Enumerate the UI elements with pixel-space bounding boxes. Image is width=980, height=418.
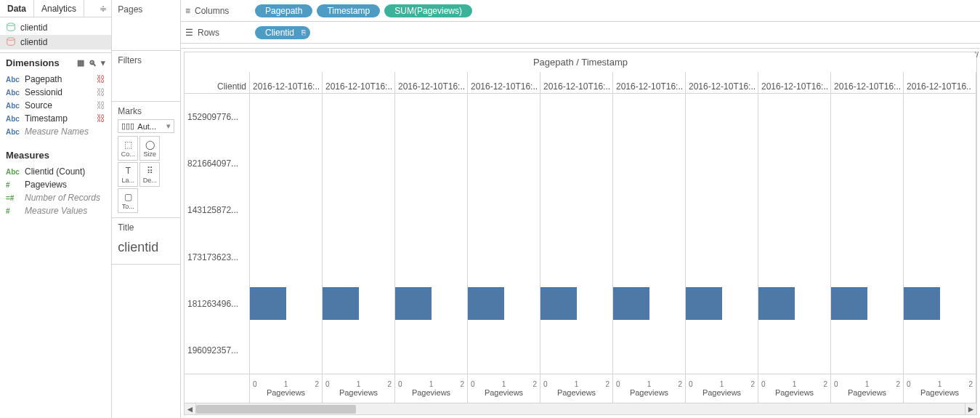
dimension-field[interactable]: Abc Measure Names [0,125,111,138]
grid-cell [250,234,322,281]
data-source-item[interactable]: clientid [0,35,111,49]
filters-card[interactable]: Filters [112,51,180,102]
grid-cell [540,234,612,281]
shelf-pill[interactable]: Clientid⎘ [255,26,310,39]
grid-cell [395,327,467,374]
field-type-icon: Abc [6,128,20,136]
horizontal-scrollbar[interactable]: ◄ ► [185,403,976,414]
tab-analytics[interactable]: Analytics [34,0,84,17]
grid-cell [250,140,322,187]
field-type-icon: Abc [6,168,20,176]
column-header[interactable]: 2016-12-10T16:.. [323,72,395,93]
grid-cell [904,94,976,140]
shelf-pill[interactable]: SUM(Pageviews) [384,4,472,17]
scroll-right-button[interactable]: ► [965,403,976,415]
view-grid-icon[interactable]: ▦ [77,58,84,68]
bar-mark[interactable] [395,287,432,320]
bar-mark[interactable] [758,287,795,320]
scroll-track[interactable] [196,403,965,414]
measure-field[interactable]: # Measure Values [0,204,111,217]
axis-row: 012Pageviews012Pageviews012Pageviews012P… [185,374,976,403]
grid-cell [686,140,758,187]
column-header[interactable]: 2016-12-10T16:.. [250,72,323,93]
column-header[interactable]: 2016-12-10T16:.. [613,72,686,93]
row-header[interactable]: 181263496... [185,281,249,327]
measure-field[interactable]: Abc Clientid (Count) [0,165,111,178]
row-header-column: Clientid 152909776...821664097...1431258… [185,72,250,374]
source-label: clientid [20,37,47,47]
grid-column [904,94,976,374]
dimension-field[interactable]: Abc Pagepath ⛓︎ [0,73,111,86]
pages-card[interactable]: Pages [112,0,180,51]
grid-cell [395,187,467,233]
mark-button[interactable]: TLa... [118,162,138,187]
mark-button[interactable]: ⬚Co... [118,136,138,161]
dimension-field[interactable]: Abc Sessionid ⛓︎ [0,86,111,99]
row-header[interactable]: 821664097... [185,140,249,187]
dimension-field[interactable]: Abc Source ⛓︎ [0,99,111,112]
title-card[interactable]: Title clientid [112,218,180,265]
column-header[interactable]: 2016-12-10T16:.. [831,72,904,93]
grid-cell [540,281,612,327]
column-header[interactable]: 2016-12-10T16.. [904,72,976,93]
row-header[interactable]: 196092357... [185,327,249,374]
search-icon[interactable]: 🔍︎ [89,59,97,68]
data-source-item[interactable]: clientid [0,20,111,35]
marks-type-select[interactable]: ▯▯▯ Aut... ▾ [118,119,174,133]
rows-shelf[interactable]: ☰ Rows Clientid⎘ [181,22,980,44]
row-header[interactable]: 173173623... [185,234,249,281]
grid-cell [686,327,758,374]
grid-cell [613,234,685,281]
shelf-pill[interactable]: Timestamp [317,4,380,17]
mark-button[interactable]: ◯Size [139,136,160,161]
bar-mark[interactable] [468,287,504,320]
grid-cell [468,327,540,374]
mark-button[interactable]: ▢To... [118,188,138,213]
bar-mark[interactable] [323,287,359,320]
grid-column [468,94,540,374]
scroll-thumb[interactable] [196,405,356,414]
axis-label: Pageviews [339,388,378,397]
bar-mark[interactable] [904,287,940,320]
mark-button[interactable]: ⠿De... [139,162,160,187]
measure-field[interactable]: # Pageviews [0,178,111,191]
bar-mark[interactable] [831,287,867,320]
tab-menu-icon[interactable]: ≑ [84,0,111,17]
grid-cell [831,187,903,233]
grid-cell [758,187,830,233]
grid-cell [395,140,467,187]
bar-mark[interactable] [613,287,649,320]
column-header[interactable]: 2016-12-10T16:.. [758,72,831,93]
dimension-field[interactable]: Abc Timestamp ⛓︎ [0,112,111,125]
tab-data[interactable]: Data [0,0,34,17]
grid-cell [831,327,903,374]
column-header[interactable]: 2016-12-10T16:.. [540,72,613,93]
column-header[interactable]: 2016-12-10T16:.. [468,72,540,93]
grid-cell [686,234,758,281]
columns-shelf[interactable]: ≡ Columns PagepathTimestampSUM(Pageviews… [181,0,980,22]
shelf-pill[interactable]: Pagepath [255,4,312,17]
bar-mark[interactable] [250,287,286,320]
rows-icon: ☰ [185,28,193,38]
row-header[interactable]: 152909776... [185,94,249,140]
bar-mark[interactable] [540,287,577,320]
grid-cell [468,140,540,187]
axis-column: 012Pageviews [613,374,686,403]
axis-label: Pageviews [702,388,741,397]
marks-title: Marks [118,106,174,116]
grid-cell [613,281,685,327]
scroll-left-button[interactable]: ◄ [185,403,196,415]
data-tabs: Data Analytics ≑ [0,0,111,17]
grid-cell [540,94,612,140]
grid-cell [250,187,322,233]
grid-cell [904,140,976,187]
bar-mark[interactable] [686,287,722,320]
measure-field[interactable]: =# Number of Records [0,191,111,204]
rows-pills: Clientid⎘ [255,26,310,39]
column-header[interactable]: 2016-12-10T16:.. [395,72,468,93]
dropdown-icon[interactable]: ▾ [101,58,105,68]
row-header[interactable]: 143125872... [185,187,249,233]
column-header[interactable]: 2016-12-10T16:.. [686,72,758,93]
crosstab: Clientid 152909776...821664097...1431258… [185,72,976,374]
grid-cell [613,94,685,140]
